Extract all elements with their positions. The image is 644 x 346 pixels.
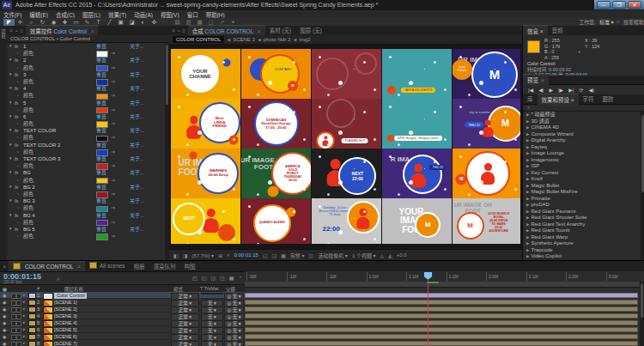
reset-link[interactable]: 重置 bbox=[96, 43, 106, 50]
plugin-category[interactable]: ▶Red Giant Psunami bbox=[523, 209, 641, 215]
effect-BG 5[interactable]: ▼fxBG 5重置关于... bbox=[7, 226, 165, 233]
effect-1[interactable]: ▼fx1重置关于... bbox=[7, 43, 165, 50]
tile-thu22[interactable]: ary to summeTHU 22M bbox=[453, 99, 520, 149]
minimize-button[interactable]: — bbox=[597, 1, 611, 9]
tile-your-imag[interactable]: YOUR IMAG FOOM bbox=[382, 198, 452, 244]
plugin-category[interactable]: ▶Magic Bullet bbox=[523, 183, 641, 190]
stopwatch-icon[interactable]: ◔ bbox=[16, 106, 19, 113]
plugin-category[interactable]: ▶Imagenomic bbox=[523, 157, 641, 164]
layer-duration-bar[interactable] bbox=[245, 300, 638, 305]
play-button[interactable]: ▶ bbox=[549, 87, 553, 93]
effect-6[interactable]: ▼fx6重置关于... bbox=[7, 113, 165, 120]
panel-close-icon[interactable]: × bbox=[172, 27, 175, 33]
layer-name[interactable]: [SCENE 4] bbox=[54, 319, 77, 326]
target-icon[interactable]: ⌖ bbox=[227, 252, 229, 258]
reset-link[interactable]: 重置 bbox=[96, 85, 106, 92]
about-link[interactable]: 关于... bbox=[130, 169, 144, 176]
next-frame-button[interactable]: |▶ bbox=[558, 87, 563, 93]
reset-link[interactable]: 重置 bbox=[96, 127, 106, 134]
twirl-icon[interactable]: ▼ bbox=[9, 57, 12, 64]
workspace-select[interactable]: 标准 ▾ bbox=[599, 18, 614, 26]
reset-link[interactable]: 重置 bbox=[96, 155, 106, 162]
tile-next-2200[interactable]: NEXT 22:00 bbox=[312, 149, 381, 198]
plugin-category[interactable]: ▶Video Copilot bbox=[523, 253, 641, 260]
effect-5[interactable]: ▼fx5重置关于... bbox=[7, 100, 165, 106]
tile-dark-red[interactable] bbox=[312, 49, 381, 99]
plugin-category[interactable]: ▶Red Giant Shooter Suite bbox=[523, 215, 641, 222]
twirl-icon[interactable]: ▼ bbox=[9, 113, 12, 120]
stopwatch-icon[interactable]: ◔ bbox=[16, 64, 19, 71]
camera-view-select[interactable]: 活动摄像机 ▾ bbox=[318, 252, 348, 259]
tile-next-yellow[interactable]: NEXT bbox=[171, 198, 240, 244]
search-icon[interactable]: ⌕ bbox=[617, 19, 620, 25]
parent-dropdown[interactable]: ◎ 无 ▾ bbox=[224, 341, 244, 346]
twirl-icon[interactable]: ▸ bbox=[23, 326, 25, 333]
effect-BG 3[interactable]: ▼fxBG 3重置关于... bbox=[7, 197, 165, 204]
twirl-icon[interactable]: ▼ bbox=[9, 100, 12, 106]
zoom-level-select[interactable]: (57.7%) ▾ bbox=[191, 252, 214, 258]
last-frame-button[interactable]: ▶| bbox=[568, 87, 574, 93]
about-link[interactable]: 关于... bbox=[130, 100, 144, 106]
mode-dropdown[interactable]: 正常 ▾ bbox=[171, 341, 199, 346]
timeline-scrollbar[interactable] bbox=[640, 282, 644, 346]
close-button[interactable]: ✕ bbox=[628, 1, 641, 9]
plugin-category[interactable]: ▶proDAD bbox=[523, 202, 641, 209]
tile-m-logo[interactable]: UR IMAGMlucky Pollack bbox=[453, 49, 520, 99]
tile-silhouette-orange[interactable]: M bbox=[453, 149, 520, 198]
layer-duration-bar[interactable] bbox=[245, 293, 638, 298]
about-link[interactable]: 关于... bbox=[130, 43, 144, 50]
about-link[interactable]: 关于... bbox=[130, 197, 144, 204]
exposure-value[interactable]: +0.0 bbox=[397, 252, 407, 258]
effect-3[interactable]: ▼fx3重置关于... bbox=[7, 71, 165, 78]
tab-渲染队列[interactable]: 渲染队列 bbox=[149, 261, 180, 272]
solo-toggle[interactable] bbox=[16, 294, 21, 299]
about-link[interactable]: 关于... bbox=[130, 226, 144, 233]
trkmat-dropdown[interactable] bbox=[201, 293, 223, 294]
stopwatch-icon[interactable]: ◔ bbox=[16, 50, 19, 57]
twirl-icon[interactable]: ▸ bbox=[23, 319, 25, 326]
tile-schedule[interactable]: UR IMAGE OH FOOTM22:00 MUNICH ROYAL 22:4… bbox=[453, 198, 520, 244]
plugin-category[interactable]: ▶Fayteq bbox=[523, 144, 641, 151]
plugin-category[interactable]: ▶Image Lounge bbox=[523, 150, 641, 157]
plugin-category[interactable]: ▶Knoll bbox=[523, 176, 641, 183]
twirl-icon[interactable]: ▼ bbox=[9, 226, 12, 233]
about-link[interactable]: 关于... bbox=[130, 71, 144, 78]
tile-saturday[interactable]: Saturday, 10 Jun Mexico (50km) national … bbox=[312, 198, 381, 244]
resolution-select[interactable]: 完整 ▾ bbox=[290, 252, 305, 259]
plugin-category[interactable]: ▶Composite Wizard bbox=[523, 131, 641, 138]
tile-kiloverts[interactable]: TANYA KILOVERTS bbox=[382, 49, 452, 99]
plugin-category[interactable]: ▶Synthetic Aperture bbox=[523, 240, 641, 247]
label-color-chip[interactable] bbox=[28, 307, 36, 313]
effect-BG 4[interactable]: ▼fxBG 4重置关于... bbox=[7, 212, 165, 219]
menu-编辑(E)[interactable]: 编辑(E) bbox=[29, 10, 48, 19]
breadcrumb-item[interactable]: SCENE 3 bbox=[233, 37, 255, 42]
tile-company[interactable]: COMPANYM bbox=[241, 49, 311, 99]
tile-your-channel[interactable]: YOUR CHANNE bbox=[171, 49, 240, 99]
panel-close-icon[interactable]: × bbox=[9, 27, 13, 33]
stopwatch-icon[interactable]: ◔ bbox=[16, 204, 19, 211]
eye-icon[interactable]: ◉ bbox=[3, 313, 6, 319]
stopwatch-icon[interactable]: ◔ bbox=[16, 162, 19, 169]
about-link[interactable]: 关于... bbox=[130, 57, 144, 64]
solo-toggle[interactable] bbox=[16, 342, 21, 346]
stopwatch-icon[interactable]: ◔ bbox=[16, 219, 19, 226]
layer-name[interactable]: [SCENE 1] bbox=[54, 299, 77, 306]
composition-canvas[interactable]: YOUR CHANNECOMPANYMTANYA KILOVERTSUR IMA… bbox=[169, 44, 522, 249]
effects-presets-search[interactable]: ⌕ bbox=[523, 104, 644, 112]
twirl-icon[interactable]: ▸ bbox=[23, 299, 25, 306]
twirl-icon[interactable]: ▼ bbox=[9, 127, 12, 134]
layer-name[interactable]: [SCENE 5] bbox=[54, 326, 77, 333]
eye-icon[interactable]: ◉ bbox=[3, 326, 6, 333]
tab-构图[interactable]: 构图 bbox=[180, 261, 200, 272]
reset-link[interactable]: 重置 bbox=[96, 100, 106, 106]
tile-linda-friend[interactable]: Meet LINDA FRIEND bbox=[171, 99, 240, 149]
label-color-chip[interactable] bbox=[28, 334, 36, 340]
stopwatch-icon[interactable]: ◔ bbox=[16, 120, 19, 127]
layer-duration-bar[interactable] bbox=[245, 341, 638, 346]
stopwatch-icon[interactable]: ◔ bbox=[16, 149, 19, 155]
twirl-icon[interactable]: ▸ bbox=[23, 313, 25, 319]
layer-duration-bar[interactable] bbox=[245, 327, 638, 332]
twirl-icon[interactable]: ▸ bbox=[23, 333, 25, 340]
loop-button[interactable]: ⟳ bbox=[579, 87, 583, 93]
stopwatch-icon[interactable]: ◔ bbox=[16, 177, 19, 184]
